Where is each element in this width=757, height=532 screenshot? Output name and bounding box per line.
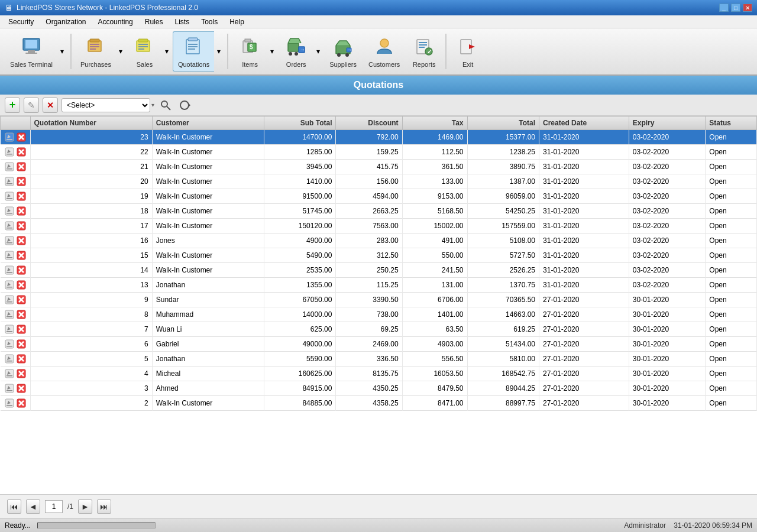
row-delete-button[interactable] xyxy=(16,191,27,202)
table-row[interactable]: 8Muhammad14000.00738.001401.0014663.0027… xyxy=(1,307,757,322)
row-edit-button[interactable] xyxy=(4,265,15,275)
table-row[interactable]: 23Walk-In Customer14700.00792.001469.001… xyxy=(1,130,757,145)
quotations-button[interactable]: Quotations xyxy=(173,31,214,72)
row-delete-button[interactable] xyxy=(16,206,27,216)
row-delete-button[interactable] xyxy=(16,161,27,172)
row-expiry: 30-01-2020 xyxy=(629,381,706,396)
row-edit-button[interactable] xyxy=(4,324,15,335)
menu-accounting[interactable]: Accounting xyxy=(93,17,137,27)
row-edit-button[interactable] xyxy=(4,220,15,231)
row-delete-button[interactable] xyxy=(16,176,27,187)
col-sub-total: Sub Total xyxy=(264,116,336,130)
table-row[interactable]: 13Jonathan1355.00115.25131.001370.7531-0… xyxy=(1,278,757,293)
table-row[interactable]: 15Walk-In Customer5490.00312.50550.00572… xyxy=(1,248,757,263)
maximize-button[interactable]: □ xyxy=(731,4,740,12)
customers-button[interactable]: Customers xyxy=(363,31,405,72)
row-delete-button[interactable] xyxy=(16,220,27,231)
row-edit-button[interactable] xyxy=(4,250,15,261)
row-status: Open xyxy=(706,381,757,396)
edit-button[interactable]: ✎ xyxy=(24,98,39,113)
row-edit-button[interactable] xyxy=(4,339,15,349)
refresh-button[interactable] xyxy=(177,98,192,113)
filter-select[interactable]: <Select> xyxy=(62,98,150,112)
page-number-input[interactable] xyxy=(45,500,63,513)
row-edit-button[interactable] xyxy=(4,383,15,394)
row-delete-button[interactable] xyxy=(16,383,27,394)
menu-help[interactable]: Help xyxy=(225,17,249,27)
table-row[interactable]: 20Walk-In Customer1410.00156.00133.00138… xyxy=(1,174,757,189)
row-delete-button[interactable] xyxy=(16,250,27,261)
row-delete-button[interactable] xyxy=(16,132,27,142)
row-delete-button[interactable] xyxy=(16,280,27,290)
table-row[interactable]: 4Micheal160625.008135.7516053.50168542.7… xyxy=(1,366,757,381)
row-delete-button[interactable] xyxy=(16,353,27,364)
row-edit-button[interactable] xyxy=(4,161,15,172)
table-row[interactable]: 7Wuan Li625.0069.2563.50619.2527-01-2020… xyxy=(1,322,757,337)
table-row[interactable]: 3Ahmed84915.004350.258479.5089044.2527-0… xyxy=(1,381,757,396)
row-edit-button[interactable] xyxy=(4,280,15,290)
row-edit-button[interactable] xyxy=(4,398,15,408)
table-row[interactable]: 18Walk-In Customer51745.002663.255168.50… xyxy=(1,204,757,219)
table-row[interactable]: 17Walk-In Customer150120.007563.0015002.… xyxy=(1,219,757,233)
reports-button[interactable]: ✓ Reports xyxy=(406,31,442,72)
orders-arrow[interactable]: ▾ xyxy=(313,31,323,72)
row-discount: 156.00 xyxy=(336,174,402,189)
table-row[interactable]: 2Walk-In Customer84885.004358.258471.008… xyxy=(1,396,757,411)
row-delete-button[interactable] xyxy=(16,324,27,335)
menu-organization[interactable]: Organization xyxy=(41,17,90,27)
search-button[interactable] xyxy=(158,98,173,113)
first-page-button[interactable]: ⏮ xyxy=(7,499,21,514)
row-delete-button[interactable] xyxy=(16,294,27,305)
row-edit-button[interactable] xyxy=(4,294,15,305)
table-row[interactable]: 9Sundar67050.003390.506706.0070365.5027-… xyxy=(1,293,757,307)
sales-arrow[interactable]: ▾ xyxy=(162,31,172,72)
row-delete-button[interactable] xyxy=(16,398,27,408)
row-delete-button[interactable] xyxy=(16,309,27,320)
sales-button[interactable]: Sales xyxy=(127,31,162,72)
sales-terminal-button[interactable]: Sales Terminal xyxy=(5,31,57,72)
table-row[interactable]: 22Walk-In Customer1285.00159.25112.50123… xyxy=(1,145,757,160)
purchases-arrow[interactable]: ▾ xyxy=(116,31,125,72)
row-delete-button[interactable] xyxy=(16,265,27,275)
titlebar-controls[interactable]: _ □ ✕ xyxy=(719,4,752,12)
delete-button[interactable]: ✕ xyxy=(43,98,58,113)
row-edit-button[interactable] xyxy=(4,206,15,216)
row-edit-button[interactable] xyxy=(4,235,15,246)
next-page-button[interactable]: ► xyxy=(78,499,92,514)
menu-security[interactable]: Security xyxy=(4,17,38,27)
row-delete-button[interactable] xyxy=(16,339,27,349)
items-arrow[interactable]: ▾ xyxy=(267,31,277,72)
menu-tools[interactable]: Tools xyxy=(196,17,222,27)
table-row[interactable]: 16Jones4900.00283.00491.005108.0031-01-2… xyxy=(1,233,757,248)
table-row[interactable]: 14Walk-In Customer2535.00250.25241.50252… xyxy=(1,263,757,278)
minimize-button[interactable]: _ xyxy=(719,4,729,12)
row-edit-button[interactable] xyxy=(4,132,15,142)
row-delete-button[interactable] xyxy=(16,147,27,157)
menu-lists[interactable]: Lists xyxy=(170,17,194,27)
table-row[interactable]: 5Jonathan5590.00336.50556.505810.0027-01… xyxy=(1,352,757,366)
prev-page-button[interactable]: ◄ xyxy=(26,499,40,514)
row-edit-button[interactable] xyxy=(4,309,15,320)
row-delete-button[interactable] xyxy=(16,368,27,379)
row-edit-button[interactable] xyxy=(4,176,15,187)
suppliers-button[interactable]: → Suppliers xyxy=(324,31,362,72)
row-customer: Walk-In Customer xyxy=(152,263,264,278)
purchases-button[interactable]: Purchases xyxy=(75,31,116,72)
table-row[interactable]: 21Walk-In Customer3945.00415.75361.50389… xyxy=(1,160,757,174)
exit-button[interactable]: Exit xyxy=(450,31,486,72)
last-page-button[interactable]: ⏭ xyxy=(97,499,111,514)
add-button[interactable]: + xyxy=(5,98,20,113)
row-edit-button[interactable] xyxy=(4,147,15,157)
row-edit-button[interactable] xyxy=(4,191,15,202)
table-row[interactable]: 6Gabriel49000.002469.004903.0051434.0027… xyxy=(1,337,757,352)
row-edit-button[interactable] xyxy=(4,353,15,364)
sales-terminal-arrow[interactable]: ▾ xyxy=(57,31,67,72)
orders-button[interactable]: → Orders xyxy=(278,31,313,72)
close-button[interactable]: ✕ xyxy=(743,4,752,12)
row-delete-button[interactable] xyxy=(16,235,27,246)
row-edit-button[interactable] xyxy=(4,368,15,379)
items-button[interactable]: $ Items xyxy=(232,31,267,72)
menu-rules[interactable]: Rules xyxy=(140,17,168,27)
table-row[interactable]: 19Walk-In Customer91500.004594.009153.00… xyxy=(1,189,757,204)
quotations-arrow[interactable]: ▾ xyxy=(214,31,224,72)
